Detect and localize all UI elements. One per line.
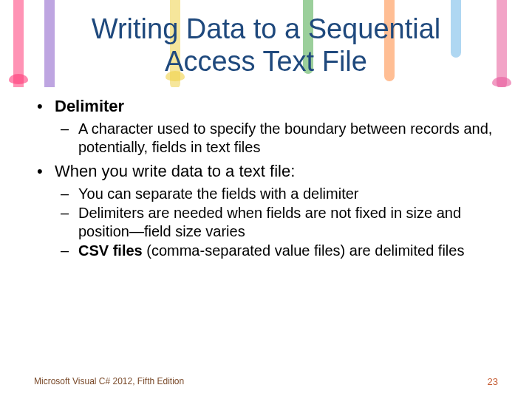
bullet-label: Delimiter xyxy=(55,97,124,115)
footer-book-title: Microsoft Visual C# 2012, Fifth Edition xyxy=(34,376,184,387)
sub-bullet: You can separate the fields with a delim… xyxy=(55,185,498,202)
page-number: 23 xyxy=(488,376,498,387)
title-line-1: Writing Data to a Sequential xyxy=(92,13,440,44)
sub-bullet: Delimiters are needed when fields are no… xyxy=(55,204,498,240)
bullet-delimiter: Delimiter A character used to specify th… xyxy=(34,97,498,156)
bullet-label: When you write data to a text file: xyxy=(55,162,295,180)
bullet-write-data: When you write data to a text file: You … xyxy=(34,162,498,259)
title-line-2: Access Text File xyxy=(165,46,367,77)
csv-term: CSV files xyxy=(78,242,143,259)
slide-footer: Microsoft Visual C# 2012, Fifth Edition … xyxy=(34,376,498,387)
slide-body: Delimiter A character used to specify th… xyxy=(0,78,532,259)
sub-bullet: A character used to specify the boundary… xyxy=(55,120,498,156)
sub-bullet: CSV files (comma-separated value files) … xyxy=(55,242,498,259)
slide-title: Writing Data to a Sequential Access Text… xyxy=(0,0,532,78)
csv-rest: (comma-separated value files) are delimi… xyxy=(143,242,465,259)
